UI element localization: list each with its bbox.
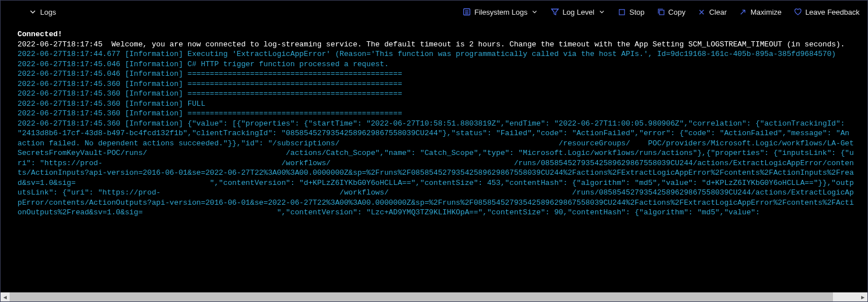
log-line: 2022-06-27T18:17:45.046 [Information] C#… [18, 60, 389, 68]
logs-collapse-toggle[interactable]: Logs [28, 6, 57, 19]
stop-icon [618, 8, 626, 16]
logs-toolbar: Logs Filesystem Logs Log Level [1, 1, 867, 24]
close-icon [698, 8, 706, 16]
logs-title: Logs [40, 8, 56, 16]
log-line: 2022-06-27T18:17:45.360 [Information] ==… [18, 80, 402, 88]
clear-label: Clear [709, 8, 727, 16]
svg-rect-5 [659, 10, 664, 15]
log-line: 2022-06-27T18:17:45 Welcome, you are now… [18, 40, 845, 49]
horizontal-scrollbar[interactable]: ◄ ► [1, 292, 867, 301]
log-scroll[interactable]: Connected! 2022-06-27T18:17:45 Welcome, … [1, 24, 867, 292]
maximize-button[interactable]: Maximize [738, 6, 783, 19]
chevron-down-icon [531, 8, 539, 16]
scroll-thumb[interactable] [10, 292, 833, 301]
filesystem-logs-label: Filesystem Logs [474, 8, 527, 16]
heart-icon [794, 8, 802, 16]
copy-label: Copy [669, 8, 685, 16]
filesystem-logs-dropdown[interactable]: Filesystem Logs [462, 6, 540, 19]
log-output[interactable]: Connected! 2022-06-27T18:17:45 Welcome, … [18, 29, 857, 218]
log-level-dropdown[interactable]: Log Level [550, 6, 606, 19]
leave-feedback-label: Leave Feedback [805, 8, 860, 16]
stop-button[interactable]: Stop [617, 6, 646, 19]
chevron-down-icon [29, 8, 37, 16]
scroll-track[interactable] [10, 292, 858, 301]
clear-button[interactable]: Clear [697, 6, 728, 19]
log-line: 2022-06-27T18:17:45.046 [Information] ==… [18, 70, 402, 78]
svg-rect-4 [619, 9, 624, 14]
list-icon [463, 8, 471, 16]
log-line: 2022-06-27T18:17:44.677 [Information] Ex… [18, 50, 836, 58]
copy-icon [657, 8, 665, 16]
log-line: 2022-06-27T18:17:45.360 [Information] ==… [18, 89, 402, 98]
leave-feedback-button[interactable]: Leave Feedback [793, 6, 861, 19]
filter-icon [551, 8, 559, 16]
maximize-icon [739, 8, 747, 16]
stop-label: Stop [630, 8, 645, 16]
log-line: 2022-06-27T18:17:45.360 [Information] ==… [18, 109, 402, 118]
scroll-left-arrow[interactable]: ◄ [1, 292, 10, 301]
log-line: 2022-06-27T18:17:45.360 [Information] FU… [18, 100, 205, 108]
maximize-label: Maximize [750, 8, 782, 16]
log-level-label: Log Level [562, 8, 594, 16]
chevron-down-icon [598, 8, 606, 16]
log-line: 2022-06-27T18:17:45.360 [Information] {"… [18, 119, 854, 217]
copy-button[interactable]: Copy [656, 6, 687, 19]
logs-panel: Logs Filesystem Logs Log Level [0, 0, 868, 302]
log-area: Connected! 2022-06-27T18:17:45 Welcome, … [1, 24, 867, 301]
log-line: Connected! [18, 30, 62, 38]
scroll-right-arrow[interactable]: ► [858, 292, 867, 301]
